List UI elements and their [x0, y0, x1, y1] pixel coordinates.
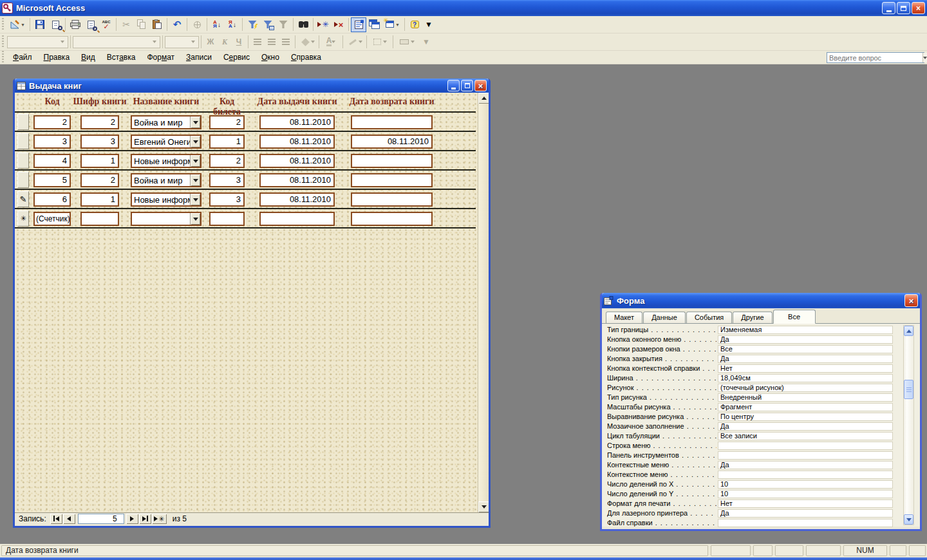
record-selector[interactable] [17, 133, 29, 149]
database-window-button[interactable] [366, 17, 382, 32]
sort-descending-button[interactable]: ЯА ↓ [225, 17, 240, 32]
font-name-combo[interactable] [73, 36, 160, 48]
ask-question-dropdown[interactable] [922, 53, 927, 62]
property-value[interactable]: По центру [718, 413, 893, 421]
properties-window-titlebar[interactable]: Форма × [602, 293, 920, 308]
field-ticket[interactable]: 3 [209, 173, 245, 187]
scrollbar-thumb[interactable] [904, 380, 913, 399]
last-record-button[interactable] [139, 514, 151, 524]
field-ticket[interactable]: 2 [209, 154, 245, 168]
app-titlebar[interactable]: Microsoft Access × [0, 0, 927, 16]
field-returned[interactable] [351, 154, 433, 168]
combo-dropdown-button[interactable] [190, 194, 200, 205]
print-preview-button[interactable] [83, 17, 98, 32]
font-color-button[interactable]: А [321, 35, 341, 49]
field-returned[interactable]: 08.11.2010 [351, 135, 433, 149]
underline-button[interactable]: Ч [232, 35, 246, 49]
cut-button[interactable]: ✂ [118, 17, 134, 32]
form-maximize-button[interactable] [461, 80, 473, 91]
toolbar-drag-handle[interactable] [2, 51, 4, 64]
field-code[interactable]: 5 [33, 173, 71, 187]
menu-edit[interactable]: Правка [38, 51, 76, 64]
tab-dannye[interactable]: Данные [643, 312, 686, 323]
print-button[interactable] [68, 17, 83, 32]
field-ticket[interactable]: 1 [209, 135, 245, 149]
close-button[interactable]: × [912, 2, 925, 14]
property-value[interactable]: Нет [718, 364, 893, 373]
field-issued[interactable]: 08.11.2010 [259, 173, 335, 187]
field-code[interactable]: 6 [33, 192, 71, 207]
field-code[interactable]: 2 [33, 115, 71, 129]
field-ticket[interactable]: 3 [209, 192, 245, 207]
field-book-combo[interactable] [131, 212, 201, 226]
record-selector-new[interactable]: ✳ [17, 210, 29, 227]
apply-filter-button[interactable] [276, 17, 291, 32]
toolbar-options-caret[interactable]: ▼ [422, 37, 430, 46]
menu-help[interactable]: Справка [285, 51, 327, 64]
property-value[interactable]: Да [718, 422, 893, 431]
field-issued[interactable]: 08.11.2010 [259, 135, 335, 149]
field-book-combo[interactable]: Новые информа [131, 192, 201, 207]
scroll-down-button[interactable] [478, 501, 489, 512]
field-cipher[interactable]: 1 [80, 192, 119, 207]
property-value[interactable]: Нет [718, 499, 893, 508]
property-value[interactable]: Фрагмент [718, 403, 893, 411]
copy-button[interactable] [134, 17, 149, 32]
toolbar-drag-handle[interactable] [2, 18, 4, 31]
property-value[interactable]: 10 [718, 490, 893, 498]
new-record-button[interactable]: ✳ [315, 17, 331, 32]
scroll-down-button[interactable] [904, 514, 913, 525]
properties-vertical-scrollbar[interactable] [903, 325, 914, 525]
property-value[interactable]: Внедренный [718, 393, 893, 402]
property-value[interactable]: 18,049см [718, 374, 893, 382]
property-value[interactable]: Да [718, 461, 893, 469]
special-effect-button[interactable] [395, 35, 418, 49]
field-cipher[interactable]: 3 [80, 135, 119, 149]
property-value[interactable] [718, 442, 893, 450]
paste-button[interactable] [149, 17, 165, 32]
save-button[interactable] [32, 17, 48, 32]
menu-insert[interactable]: Вставка [101, 51, 142, 64]
menu-window[interactable]: Окно [256, 51, 285, 64]
menu-format[interactable]: Формат [141, 51, 180, 64]
spelling-button[interactable]: ABC ✓ [98, 17, 114, 32]
field-ticket[interactable] [209, 212, 245, 226]
record-selector[interactable] [17, 172, 29, 188]
filter-by-selection-button[interactable] [245, 17, 260, 32]
form-vertical-scrollbar[interactable] [478, 93, 489, 512]
align-center-button[interactable] [265, 35, 279, 49]
menu-file[interactable]: Файл [7, 51, 38, 64]
form-close-button[interactable]: × [474, 80, 487, 91]
minimize-button[interactable] [882, 2, 895, 14]
field-returned[interactable] [351, 192, 433, 207]
field-cipher[interactable] [80, 212, 119, 226]
tab-drugie[interactable]: Другие [733, 312, 772, 323]
field-code[interactable]: (Счетчик) [33, 212, 71, 226]
property-value[interactable]: Все [718, 345, 893, 353]
field-book-combo[interactable]: Новые информа [131, 154, 201, 168]
property-value[interactable]: 10 [718, 480, 893, 489]
field-issued[interactable]: 08.11.2010 [259, 192, 335, 207]
field-returned[interactable] [351, 173, 433, 187]
undo-button[interactable]: ↶ [169, 17, 185, 32]
field-issued[interactable]: 08.11.2010 [259, 154, 335, 168]
field-issued[interactable]: 08.11.2010 [259, 115, 335, 129]
combo-dropdown-button[interactable] [190, 174, 200, 186]
font-size-combo[interactable] [165, 36, 199, 48]
menu-records[interactable]: Записи [180, 51, 218, 64]
property-value[interactable] [718, 451, 893, 460]
italic-button[interactable]: К [218, 35, 232, 49]
menu-tools[interactable]: Сервис [218, 51, 256, 64]
object-select-combo[interactable] [7, 36, 68, 48]
property-value[interactable]: Изменяемая [718, 326, 893, 334]
next-record-button[interactable] [126, 514, 138, 524]
tab-maket[interactable]: Макет [606, 312, 642, 323]
combo-dropdown-button[interactable] [190, 117, 200, 128]
form-window-titlebar[interactable]: Выдача книг × [15, 79, 489, 93]
sort-ascending-button[interactable]: АЯ ↓ [209, 17, 225, 32]
help-button[interactable]: ? [407, 17, 422, 32]
combo-dropdown-button[interactable] [190, 136, 200, 147]
ask-question-input[interactable] [827, 53, 922, 62]
property-value[interactable]: Да [718, 509, 893, 518]
fill-color-button[interactable] [297, 35, 317, 49]
